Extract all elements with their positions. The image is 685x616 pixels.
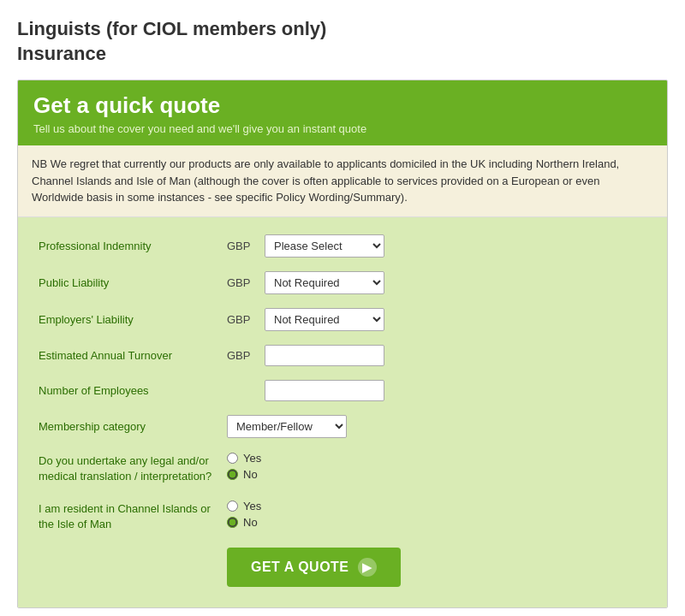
legal-no-label: No [243,468,258,481]
professional-indemnity-currency: GBP [227,240,258,252]
notice-box: NB We regret that currently our products… [18,145,667,217]
legal-yes-label: Yes [243,452,261,465]
public-liability-row: Public Liability GBP Not Required 1,000,… [39,271,646,294]
public-liability-label: Public Liability [39,276,227,289]
employers-liability-label: Employers' Liability [39,313,227,326]
employees-row: Number of Employees [39,380,646,401]
channel-islands-label: I am resident in Channel Islands or the … [39,500,227,532]
professional-indemnity-row: Professional Indemnity GBP Please Select… [39,234,646,258]
employers-liability-currency: GBP [227,313,258,326]
get-quote-button[interactable]: GET A QUOTE ▶ [227,548,401,587]
employees-label: Number of Employees [39,384,227,397]
resident-yes-option[interactable]: Yes [227,500,261,512]
channel-islands-options: Yes No [227,500,261,529]
resident-no-option[interactable]: No [227,516,261,529]
membership-select[interactable]: Member/Fellow Associate Student [227,415,347,438]
employers-liability-select[interactable]: Not Required 10,000,000 [265,308,384,331]
employees-input[interactable] [265,380,384,401]
notice-text: NB We regret that currently our products… [32,157,619,204]
get-quote-label: GET A QUOTE [251,560,349,575]
get-quote-arrow-icon: ▶ [358,558,377,577]
membership-row: Membership category Member/Fellow Associ… [39,415,646,438]
quote-heading: Get a quick quote [33,92,652,119]
page-title: Linguists (for CIOL members only) Insura… [17,17,668,66]
legal-yes-radio[interactable] [227,453,238,464]
public-liability-select[interactable]: Not Required 1,000,000 2,000,000 5,000,0… [265,271,384,294]
quote-card: Get a quick quote Tell us about the cove… [17,80,668,608]
legal-yes-option[interactable]: Yes [227,452,261,465]
employers-liability-row: Employers' Liability GBP Not Required 10… [39,308,646,331]
legal-translation-options: Yes No [227,452,261,481]
professional-indemnity-label: Professional Indemnity [39,240,227,252]
legal-translation-label: Do you undertake any legal and/or medica… [39,452,227,484]
professional-indemnity-select[interactable]: Please Select 100,000 250,000 500,000 1,… [265,234,384,258]
resident-yes-label: Yes [243,500,261,512]
annual-turnover-label: Estimated Annual Turnover [39,349,227,362]
legal-translation-row: Do you undertake any legal and/or medica… [39,452,646,484]
resident-no-label: No [243,516,258,529]
channel-islands-row: I am resident in Channel Islands or the … [39,500,646,532]
resident-no-radio[interactable] [227,517,238,528]
public-liability-currency: GBP [227,276,258,289]
membership-label: Membership category [39,420,227,433]
quote-header: Get a quick quote Tell us about the cove… [18,80,667,145]
legal-no-option[interactable]: No [227,468,261,481]
annual-turnover-currency: GBP [227,349,258,362]
legal-no-radio[interactable] [227,469,238,480]
annual-turnover-input[interactable] [265,345,384,366]
quote-subheading: Tell us about the cover you need and we'… [33,122,652,135]
resident-yes-radio[interactable] [227,500,238,512]
annual-turnover-row: Estimated Annual Turnover GBP [39,345,646,366]
form-area: Professional Indemnity GBP Please Select… [18,217,667,608]
